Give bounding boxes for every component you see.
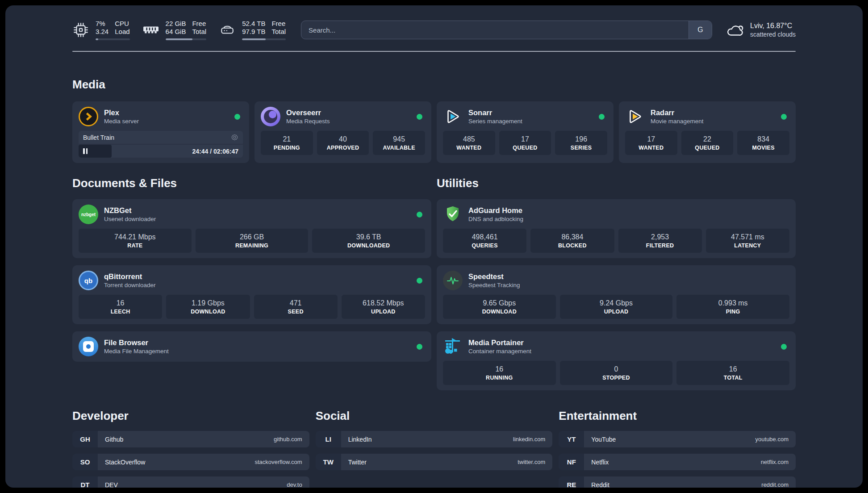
stat-tile: 86,384 BLOCKED — [530, 229, 614, 253]
stat-value: 16 — [495, 365, 503, 373]
bookmark-abbr: SO — [72, 454, 98, 470]
cpu-progress-bar — [96, 38, 130, 40]
bookmark-name: LinkedIn — [348, 436, 372, 443]
sonarr-icon — [443, 107, 463, 126]
stat-value: 39.6 TB — [356, 233, 381, 241]
bookmark-youtube[interactable]: YT YouTube youtube.com — [559, 431, 796, 447]
stat-label: SERIES — [571, 145, 592, 151]
bookmark-reddit[interactable]: RE Reddit reddit.com — [559, 476, 796, 488]
stat-value: 744.21 Mbps — [114, 233, 156, 241]
stat-label: FILTERED — [646, 242, 674, 249]
stat-tile: 485 WANTED — [443, 131, 495, 155]
plex-icon — [79, 107, 98, 126]
bookmark-url: netflix.com — [761, 459, 789, 465]
stat-tile: 1.19 Gbps DOWNLOAD — [166, 295, 250, 319]
stat-value: 17 — [647, 135, 655, 143]
app-card-speedtest[interactable]: Speedtest Speedtest Tracking 9.65 Gbps D… — [437, 265, 796, 324]
search-input[interactable] — [301, 21, 712, 39]
bookmark-stackoverflow[interactable]: SO StackOverflow stackoverflow.com — [72, 454, 309, 470]
app-description: Container management — [468, 348, 531, 355]
weather-location-temp: Lviv, 16.87°C — [750, 21, 796, 30]
section-title-developer: Developer — [72, 409, 309, 423]
status-online-dot — [781, 344, 787, 350]
bookmark-dev[interactable]: DT DEV dev.to — [72, 476, 309, 488]
bookmark-name: StackOverflow — [105, 459, 145, 466]
stat-value: 21 — [283, 135, 291, 143]
stat-label: UPLOAD — [371, 309, 396, 315]
bookmark-github[interactable]: GH Github github.com — [72, 431, 309, 447]
stat-label: MOVIES — [752, 145, 774, 151]
stat-label: BLOCKED — [558, 242, 587, 249]
dashboard-root: 7%3.24 CPULoad — [5, 5, 863, 488]
bookmark-linkedin[interactable]: LI LinkedIn linkedin.com — [316, 431, 553, 447]
stat-value: 266 GB — [240, 233, 264, 241]
stat-label: APPROVED — [327, 145, 359, 151]
stat-label: LATENCY — [734, 242, 761, 249]
app-name: NZBGet — [104, 206, 156, 215]
bookmark-url: github.com — [274, 436, 302, 443]
bookmark-twitter[interactable]: TW Twitter twitter.com — [316, 454, 553, 470]
pause-icon[interactable] — [83, 148, 88, 154]
app-card-qbittorrent[interactable]: qb qBittorrent Torrent downloader 16 LEE… — [72, 265, 431, 324]
bookmark-name: Netflix — [591, 459, 609, 466]
stat-tile: 16 LEECH — [79, 295, 162, 319]
stat-tile: 196 SERIES — [555, 131, 607, 155]
app-card-sonarr[interactable]: Sonarr Series management 485 WANTED 17 Q… — [437, 101, 613, 163]
bookmark-name: Github — [105, 436, 123, 443]
memory-labels: FreeTotal — [192, 20, 206, 36]
nzbget-icon: nzbget — [79, 205, 98, 224]
app-name: File Browser — [104, 338, 169, 347]
stat-value: 9.24 Gbps — [600, 299, 633, 307]
app-card-portainer[interactable]: Media Portainer Container management 16 … — [437, 331, 796, 390]
stat-label: LEECH — [111, 309, 130, 315]
stat-label: WANTED — [638, 145, 664, 151]
stat-label: QUEUED — [695, 145, 719, 151]
app-card-overseerr[interactable]: Overseerr Media Requests 21 PENDING 40 A… — [255, 101, 431, 163]
stat-label: QUEUED — [513, 145, 537, 151]
app-description: Media Requests — [286, 118, 330, 125]
stat-label: QUERIES — [472, 242, 497, 249]
stat-tile: 16 TOTAL — [676, 361, 789, 385]
memory-progress-bar — [166, 38, 207, 40]
app-description: Series management — [468, 118, 522, 125]
bookmark-url: youtube.com — [755, 436, 789, 443]
app-card-plex[interactable]: Plex Media server Bullet Train — [72, 101, 249, 163]
header-bar: 7%3.24 CPULoad — [72, 18, 796, 42]
playback-progress-bar[interactable] — [79, 145, 112, 158]
app-card-filebrowser[interactable]: File Browser Media File Management — [72, 331, 431, 362]
bookmark-abbr: LI — [316, 431, 341, 447]
status-online-dot — [599, 114, 605, 120]
stat-label: RATE — [127, 242, 142, 249]
disk-values: 52.4 TB97.9 TB — [242, 20, 265, 36]
status-online-dot — [781, 114, 787, 120]
stat-tile: 40 APPROVED — [317, 131, 369, 155]
app-card-radarr[interactable]: Radarr Movie management 17 WANTED 22 QUE… — [619, 101, 796, 163]
memory-ram-icon — [142, 21, 159, 38]
stat-tile: 9.65 Gbps DOWNLOAD — [443, 295, 556, 319]
stat-value: 834 — [757, 135, 769, 143]
stat-tile: 945 AVAILABLE — [373, 131, 425, 155]
stat-value: 16 — [729, 365, 737, 373]
stat-label: DOWNLOAD — [482, 309, 517, 315]
stat-tile: 17 WANTED — [625, 131, 677, 155]
bookmark-url: twitter.com — [517, 459, 545, 465]
stat-tile: 22 QUEUED — [681, 131, 734, 155]
stat-value: 0 — [614, 365, 618, 373]
gear-icon[interactable] — [231, 134, 238, 141]
app-name: qBittorrent — [104, 272, 156, 281]
bookmark-url: reddit.com — [761, 481, 789, 488]
bookmark-name: Reddit — [591, 481, 609, 488]
app-card-nzbget[interactable]: nzbget NZBGet Usenet downloader 744.21 M… — [72, 199, 431, 258]
app-card-adguard[interactable]: AdGuard Home DNS and adblocking 498,461 … — [437, 199, 796, 258]
stat-tile: 498,461 QUERIES — [443, 229, 526, 253]
stat-label: DOWNLOADED — [347, 242, 390, 249]
search-engine-button[interactable]: G — [689, 21, 712, 39]
app-description: Usenet downloader — [104, 216, 156, 223]
section-title-media: Media — [72, 78, 796, 92]
stat-label: AVAILABLE — [383, 145, 415, 151]
bookmark-netflix[interactable]: NF Netflix netflix.com — [559, 454, 796, 470]
plex-now-playing-widget: Bullet Train 24:44 — [79, 131, 243, 158]
stat-tile: 618.52 Mbps UPLOAD — [342, 295, 425, 319]
stat-value: 498,461 — [472, 233, 498, 241]
stat-tile: 0.993 ms PING — [676, 295, 789, 319]
